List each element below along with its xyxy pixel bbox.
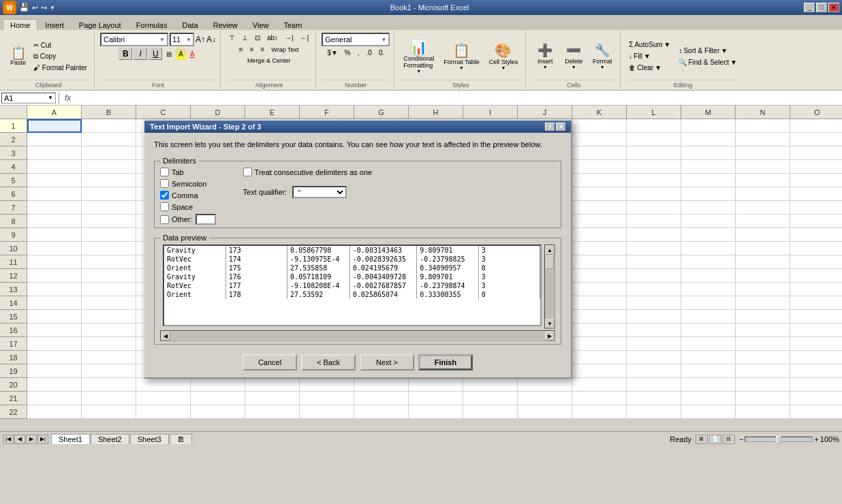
dialog-overlay: Text Import Wizard - Step 2 of 3 ? ✕ Thi… <box>0 0 842 446</box>
scroll-track[interactable] <box>545 255 555 319</box>
consecutive-label: Treat consecutive delimiters as one <box>255 168 373 176</box>
semicolon-checkbox[interactable] <box>160 179 169 188</box>
tab-checkbox[interactable] <box>160 168 169 176</box>
dialog-titlebar: Text Import Wizard - Step 2 of 3 ? ✕ <box>144 121 571 133</box>
preview-cell: 0.025865074 <box>349 290 417 299</box>
qualifier-row: Text qualifier: " ' {none} <box>243 186 373 198</box>
list-item: Orient17527.5358580.0241956790.340909570 <box>164 264 540 272</box>
preview-cell: Orient <box>164 264 225 272</box>
cancel-button[interactable]: Cancel <box>243 354 297 371</box>
preview-cell: 3 <box>478 246 540 255</box>
comma-label: Comma <box>172 191 198 200</box>
preview-cell: 27.535858 <box>287 264 350 272</box>
preview-cell: -0.0027687857 <box>349 281 417 290</box>
preview-cell: -0.23798825 <box>417 255 478 264</box>
dialog-body: This screen lets you set the delimiters … <box>144 133 571 377</box>
semicolon-checkbox-row: Semicolon <box>160 179 216 188</box>
preview-cell: 0.05718109 <box>287 272 350 281</box>
preview-cell: 178 <box>225 290 287 299</box>
preview-cell: RotVec <box>164 255 225 264</box>
preview-cell: 174 <box>225 255 287 264</box>
dialog-title-controls: ? ✕ <box>545 123 565 131</box>
preview-legend: Data preview <box>160 234 209 242</box>
preview-cell: 9.809701 <box>417 246 478 255</box>
preview-cell: -0.23798874 <box>417 281 478 290</box>
dialog-close-button[interactable]: ✕ <box>556 123 565 131</box>
next-button[interactable]: Next > <box>360 354 414 371</box>
preview-cell: 175 <box>225 264 287 272</box>
finish-button[interactable]: Finish <box>418 354 473 371</box>
preview-cell: 177 <box>225 281 287 290</box>
hscroll-left-button[interactable]: ◀ <box>161 331 170 341</box>
dialog-help-button[interactable]: ? <box>545 123 555 131</box>
preview-section: Data preview Gravity1730.05867798-0.0031… <box>154 234 561 345</box>
preview-cell: 0.024195679 <box>349 264 417 272</box>
scroll-thumb[interactable] <box>546 255 554 269</box>
other-label: Other: <box>172 215 193 223</box>
semicolon-label: Semicolon <box>172 180 206 188</box>
scroll-down-button[interactable]: ▼ <box>545 319 555 328</box>
preview-cell: -0.0028392635 <box>349 255 417 264</box>
text-import-dialog: Text Import Wizard - Step 2 of 3 ? ✕ Thi… <box>143 119 572 379</box>
preview-cell: 0.33300355 <box>417 290 478 299</box>
list-item: RotVec174-9.130975E-4-0.0028392635-0.237… <box>164 255 540 264</box>
list-item: Gravity1760.05718109-0.00434097289.80970… <box>164 272 540 281</box>
delimiters-section: Delimiters Tab Semicolon Com <box>154 157 561 228</box>
space-checkbox-row: Space <box>160 202 216 211</box>
preview-cell: 3 <box>478 272 540 281</box>
list-item: Gravity1730.05867798-0.0031434639.809701… <box>164 246 540 255</box>
preview-cell: -0.003143463 <box>349 246 417 255</box>
preview-hscroll[interactable]: ◀ ▶ <box>160 330 555 341</box>
consecutive-row: Treat consecutive delimiters as one <box>243 168 373 176</box>
preview-cell: 0.34090957 <box>417 264 478 272</box>
delimiters-legend: Delimiters <box>160 157 199 165</box>
tab-label: Tab <box>172 168 184 176</box>
hscroll-track[interactable] <box>170 332 545 340</box>
other-checkbox-row: Other: <box>160 214 216 225</box>
dialog-description: This screen lets you set the delimiters … <box>154 140 561 150</box>
other-input[interactable] <box>196 214 216 225</box>
preview-cell: -9.130975E-4 <box>287 255 350 264</box>
preview-cell: 173 <box>225 246 287 255</box>
hscroll-right-button[interactable]: ▶ <box>545 331 555 341</box>
list-item: RotVec177-9.108208E-4-0.0027687857-0.237… <box>164 281 540 290</box>
preview-cell: Orient <box>164 290 225 299</box>
comma-checkbox[interactable] <box>160 191 169 200</box>
preview-table-wrap[interactable]: Gravity1730.05867798-0.0031434639.809701… <box>163 245 542 326</box>
back-button[interactable]: < Back <box>301 354 356 371</box>
preview-cell: 3 <box>478 281 540 290</box>
preview-vscroll[interactable]: ▲ ▼ <box>544 245 555 329</box>
preview-cell: 0 <box>478 264 540 272</box>
preview-cell: 3 <box>478 255 540 264</box>
space-label: Space <box>172 203 193 211</box>
dialog-buttons: Cancel < Back Next > Finish <box>154 351 561 371</box>
preview-cell: 0 <box>478 290 540 299</box>
preview-cell: -9.108208E-4 <box>287 281 350 290</box>
other-checkbox[interactable] <box>160 215 169 224</box>
preview-cell: 27.53592 <box>287 290 350 299</box>
dialog-title: Text Import Wizard - Step 2 of 3 <box>150 123 262 131</box>
preview-cell: 0.05867798 <box>287 246 350 255</box>
preview-cell: RotVec <box>164 281 225 290</box>
space-checkbox[interactable] <box>160 202 169 211</box>
preview-cell: -0.0043409728 <box>349 272 417 281</box>
qualifier-label: Text qualifier: <box>243 188 287 196</box>
scroll-up-button[interactable]: ▲ <box>545 245 555 255</box>
preview-cell: 176 <box>225 272 287 281</box>
tab-checkbox-row: Tab <box>160 168 216 176</box>
qualifier-select[interactable]: " ' {none} <box>292 186 347 198</box>
list-item: Orient17827.535920.0258650740.333003550 <box>164 290 540 299</box>
preview-table: Gravity1730.05867798-0.0031434639.809701… <box>164 246 540 299</box>
preview-cell: 9.809701 <box>417 272 478 281</box>
preview-cell: Gravity <box>164 272 225 281</box>
preview-cell: Gravity <box>164 246 225 255</box>
comma-checkbox-row: Comma <box>160 191 216 200</box>
consecutive-checkbox[interactable] <box>243 168 252 176</box>
